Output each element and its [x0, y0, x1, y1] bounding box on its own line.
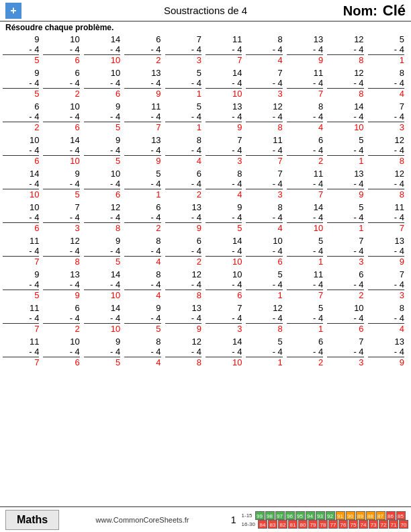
problem-cell: 6- 42 — [287, 336, 327, 368]
problem-cell: 6- 42 — [327, 269, 367, 301]
problem-cell: 9- 45 — [124, 302, 165, 335]
prob-answer: 6 — [43, 55, 79, 65]
prob-top: 14 — [84, 303, 120, 313]
prob-answer: 7 — [205, 55, 242, 65]
prob-top: 8 — [124, 337, 161, 347]
prob-top: 12 — [43, 236, 79, 246]
score-cell: 87 — [376, 511, 385, 520]
prob-answer: 6 — [205, 290, 242, 300]
prob-top: 8 — [165, 135, 201, 145]
prob-answer: 1 — [165, 122, 201, 132]
prob-sub: - 4 — [84, 179, 120, 189]
prob-answer: 1 — [246, 290, 282, 300]
problem-cell: 5- 41 — [368, 34, 408, 66]
prob-top: 10 — [327, 303, 363, 313]
prob-top: 9 — [84, 337, 120, 347]
problem-cell: 13- 49 — [368, 336, 408, 368]
score-cell: 90 — [346, 511, 355, 520]
prob-answer: 9 — [368, 357, 404, 367]
prob-sub: - 4 — [368, 179, 404, 189]
prob-sub: - 4 — [368, 212, 404, 223]
prob-top: 13 — [287, 34, 323, 44]
prob-answer: 9 — [368, 257, 404, 267]
problem-cell: 6- 42 — [43, 302, 83, 335]
prob-top: 11 — [3, 337, 39, 347]
prob-top: 7 — [368, 269, 404, 279]
prob-top: 11 — [205, 34, 242, 44]
prob-top: 12 — [368, 169, 404, 179]
score-cell: 73 — [369, 520, 378, 529]
prob-answer: 7 — [287, 189, 323, 200]
prob-sub: - 4 — [124, 179, 161, 189]
problem-cell: 7- 43 — [246, 168, 286, 200]
problem-cell: 5- 41 — [246, 336, 286, 368]
problem-cell: 6- 42 — [165, 168, 205, 200]
problem-row-4: 14- 4109- 4510- 465- 416- 428- 447- 4311… — [3, 168, 408, 200]
prob-sub: - 4 — [368, 246, 404, 257]
score-cell: 89 — [356, 511, 365, 520]
problem-cell: 14- 410 — [3, 168, 43, 200]
prob-top: 7 — [246, 169, 282, 179]
prob-top: 11 — [287, 169, 323, 179]
prob-answer: 5 — [3, 290, 39, 300]
prob-top: 9 — [84, 135, 120, 145]
prob-sub: - 4 — [205, 347, 242, 357]
prob-sub: - 4 — [3, 246, 39, 257]
prob-top: 7 — [43, 202, 79, 212]
prob-sub: - 4 — [165, 112, 201, 122]
prob-answer: 9 — [43, 290, 79, 300]
prob-top: 9 — [3, 68, 39, 78]
prob-answer: 2 — [3, 122, 39, 132]
problem-cell: 10- 46 — [43, 101, 83, 133]
prob-answer: 2 — [287, 357, 323, 367]
prob-answer: 3 — [165, 55, 201, 65]
problem-cell: 8- 44 — [368, 67, 408, 99]
problem-cell: 10- 46 — [3, 202, 43, 234]
score-cell: 78 — [318, 520, 328, 529]
score-cell: 77 — [328, 520, 338, 529]
prob-answer: 3 — [368, 122, 404, 132]
prob-top: 5 — [124, 169, 161, 179]
problem-cell: 6- 42 — [165, 235, 205, 267]
prob-sub: - 4 — [43, 44, 79, 55]
footer-page: 1 — [231, 515, 236, 525]
prob-sub: - 4 — [205, 246, 242, 257]
problem-cell: 8- 44 — [287, 101, 327, 133]
prob-sub: - 4 — [84, 347, 120, 357]
prob-top: 10 — [84, 68, 120, 78]
prob-sub: - 4 — [43, 179, 79, 189]
prob-sub: - 4 — [205, 145, 242, 156]
prob-answer: 3 — [246, 189, 282, 200]
problem-cell: 11- 47 — [287, 67, 327, 99]
problem-cell: 9- 45 — [3, 67, 43, 99]
problem-cell: 8- 44 — [205, 168, 246, 200]
problem-cell: 14- 410 — [205, 336, 246, 368]
prob-answer: 1 — [246, 357, 282, 367]
prob-sub: - 4 — [327, 179, 363, 189]
prob-sub: - 4 — [205, 112, 242, 122]
prob-answer: 9 — [124, 156, 161, 166]
prob-sub: - 4 — [124, 44, 161, 55]
score-cell: 70 — [399, 520, 408, 529]
prob-top: 12 — [165, 337, 201, 347]
prob-answer: 4 — [368, 324, 404, 334]
score-cell: 76 — [338, 520, 348, 529]
prob-answer: 10 — [84, 324, 120, 334]
prob-top: 14 — [205, 236, 242, 246]
prob-top: 8 — [368, 303, 404, 313]
prob-top: 14 — [327, 101, 363, 112]
problem-cell: 10- 46 — [43, 34, 83, 66]
prob-top: 12 — [165, 269, 201, 279]
problem-cell: 13- 49 — [124, 67, 165, 99]
prob-top: 7 — [205, 135, 242, 145]
prob-top: 8 — [124, 236, 161, 246]
prob-top: 10 — [205, 269, 242, 279]
problem-cell: 6- 42 — [124, 202, 165, 234]
prob-answer: 7 — [368, 223, 404, 233]
prob-sub: - 4 — [165, 347, 201, 357]
prob-sub: - 4 — [84, 246, 120, 257]
prob-top: 7 — [368, 101, 404, 112]
problem-cell: 10- 46 — [3, 134, 43, 167]
problem-row-6: 11- 4712- 489- 458- 446- 4214- 41010- 46… — [3, 235, 408, 267]
prob-sub: - 4 — [246, 347, 282, 357]
